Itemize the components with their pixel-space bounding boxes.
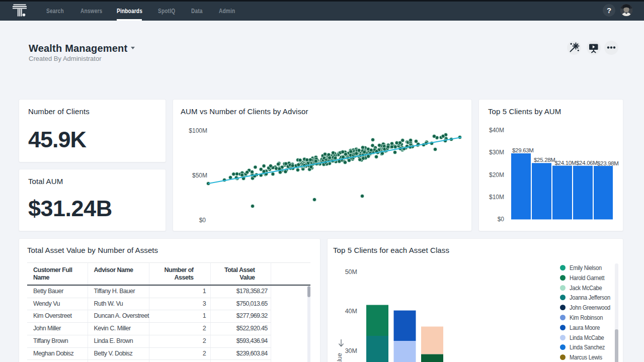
svg-text:$40M: $40M [489,127,504,134]
svg-text:$23.98M: $23.98M [597,160,619,166]
svg-text:$29.63M: $29.63M [512,147,534,153]
svg-text:$10M: $10M [489,194,504,201]
svg-text:$30M: $30M [489,149,504,156]
svg-text:50M: 50M [345,268,357,276]
svg-text:Total Asset Value: Total Asset Value [336,353,343,362]
svg-text:$25.28M: $25.28M [534,157,555,163]
svg-text:40M: 40M [345,308,357,315]
svg-text:30M: 30M [345,347,357,354]
svg-text:$24.10M: $24.10M [555,160,577,166]
svg-text:$24.06M: $24.06M [576,160,598,166]
svg-text:$20M: $20M [489,171,504,178]
svg-text:$0: $0 [498,216,505,223]
